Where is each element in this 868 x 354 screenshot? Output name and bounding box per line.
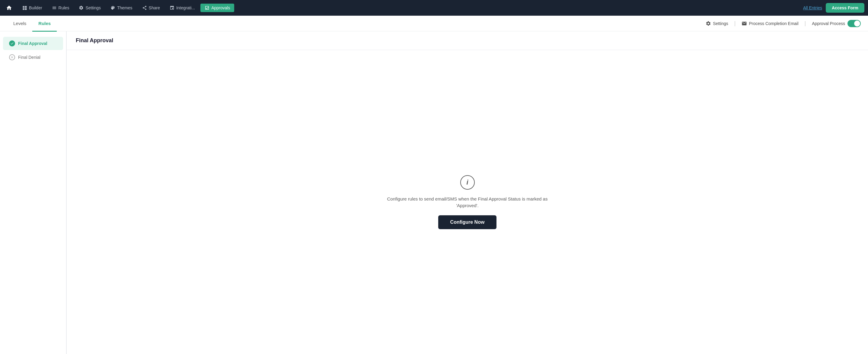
- nav-item-rules[interactable]: Rules: [48, 4, 74, 12]
- sidebar-item-final-denial-label: Final Denial: [18, 55, 40, 60]
- tab-levels[interactable]: Levels: [7, 16, 32, 32]
- svg-rect-5: [25, 9, 27, 10]
- svg-rect-3: [25, 6, 27, 7]
- home-icon: [6, 5, 12, 11]
- content-header: Final Approval: [67, 31, 868, 50]
- nav-item-integrations[interactable]: Integrati...: [165, 4, 199, 12]
- nav-item-share[interactable]: Share: [138, 4, 164, 12]
- content-body: i Configure rules to send email/SMS when…: [67, 50, 868, 354]
- main-content: Final Approval Final Denial Final Approv…: [0, 31, 868, 354]
- integration-icon: [169, 5, 175, 10]
- email-icon: [742, 21, 747, 26]
- info-icon: i: [460, 175, 475, 190]
- rules-icon: [52, 5, 57, 10]
- svg-rect-4: [25, 7, 27, 8]
- all-entries-link[interactable]: All Entries: [803, 5, 822, 10]
- nav-item-builder[interactable]: Builder: [18, 4, 46, 12]
- configure-now-button[interactable]: Configure Now: [438, 215, 497, 229]
- settings-gear-icon: [706, 21, 711, 26]
- home-button[interactable]: [4, 2, 14, 13]
- divider-2: |: [805, 20, 806, 27]
- settings-label: Settings: [713, 21, 728, 26]
- content-description: Configure rules to send email/SMS when t…: [377, 196, 558, 209]
- approvals-icon: [205, 5, 210, 10]
- access-form-button[interactable]: Access Form: [826, 3, 864, 13]
- check-circle-icon: [9, 40, 15, 46]
- builder-icon: [22, 5, 27, 10]
- approval-process-toggle[interactable]: [847, 20, 861, 27]
- toggle-knob: [854, 21, 860, 27]
- svg-rect-2: [23, 9, 24, 10]
- sub-navigation: Levels Rules Settings | Process Completi…: [0, 16, 868, 31]
- share-icon: [142, 5, 147, 10]
- deny-icon: [9, 54, 15, 60]
- sidebar-item-final-approval-label: Final Approval: [18, 41, 48, 46]
- nav-item-settings[interactable]: Settings: [74, 4, 105, 12]
- content-panel: Final Approval i Configure rules to send…: [66, 31, 868, 354]
- svg-rect-1: [23, 7, 24, 8]
- nav-item-approvals[interactable]: Approvals: [200, 4, 234, 12]
- process-completion-email-action[interactable]: Process Completion Email: [742, 21, 798, 26]
- sidebar-item-final-denial[interactable]: Final Denial: [3, 51, 63, 64]
- top-navigation: Builder Rules Settings Themes Share Inte…: [0, 0, 868, 16]
- sub-nav-right: Settings | Process Completion Email | Ap…: [706, 20, 861, 27]
- settings-icon: [79, 5, 84, 10]
- divider-1: |: [734, 20, 736, 27]
- sidebar: Final Approval Final Denial: [0, 31, 66, 354]
- process-completion-email-label: Process Completion Email: [749, 21, 798, 26]
- content-title: Final Approval: [76, 37, 859, 44]
- nav-item-themes[interactable]: Themes: [106, 4, 137, 12]
- themes-icon: [111, 5, 115, 10]
- approval-process-toggle-container: Approval Process: [812, 20, 861, 27]
- svg-rect-0: [23, 6, 24, 7]
- settings-action[interactable]: Settings: [706, 21, 728, 26]
- sub-nav-tabs: Levels Rules: [7, 16, 57, 31]
- sidebar-item-final-approval[interactable]: Final Approval: [3, 37, 63, 50]
- tab-rules[interactable]: Rules: [32, 16, 57, 32]
- nav-right: All Entries Access Form: [803, 3, 864, 13]
- approval-process-label: Approval Process: [812, 21, 845, 26]
